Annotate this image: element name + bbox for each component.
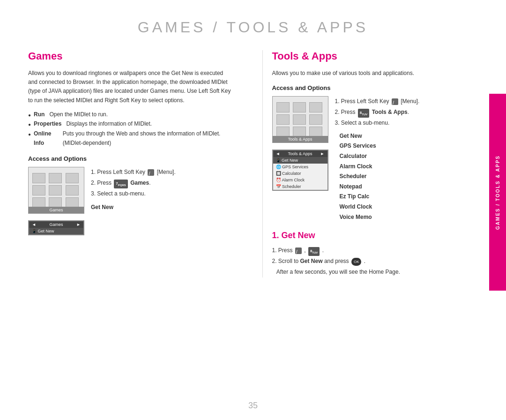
page-number: 35 [248, 401, 258, 411]
tools-access-heading: Access and Options [272, 84, 478, 91]
tool-grid-cell-9 [309, 127, 322, 137]
btn-7-games: 7PQRS [114, 180, 127, 188]
grid-cell-2 [49, 173, 62, 183]
grid-cell-4 [32, 185, 45, 195]
tools-menu-item-active: 📱 Get New [273, 157, 327, 164]
menu-header-left: ◄ [32, 222, 36, 227]
tool-grid-cell-1 [276, 102, 290, 112]
tools-step-1: 1. Press Left Soft Key [Menu]. [335, 96, 478, 107]
games-phone-menu: ◄ Games ► 📱 Get New [28, 220, 84, 235]
bullet-online-info-text: Puts you through the Web and shows the i… [63, 129, 234, 148]
tool-grid-cell-3 [309, 102, 322, 112]
ok-button-icon: OK [351, 258, 362, 266]
menu-header-title: Games [49, 222, 63, 227]
games-step-3: 3. Select a sub-menu. [91, 188, 234, 199]
soft-key-icon-get-new [295, 248, 302, 254]
bullet-run: Run Open the MIDlet to run. [28, 110, 234, 119]
games-menu-header: ◄ Games ► [29, 221, 83, 228]
page-title: GAMES / TOOLS & APPS [0, 0, 506, 50]
tools-steps-list: 1. Press Left Soft Key [Menu]. 2. Press … [335, 96, 478, 128]
sidebar-tab: GAMES / TOOLS & APPS [489, 94, 506, 291]
bullet-properties-text: Displays the information of MIDlet. [66, 119, 152, 128]
games-phone-wrap: Games ◄ Games ► 📱 Get New [28, 167, 84, 235]
tools-step-2: 2. Press 8TUV Tools & Apps. [335, 107, 478, 118]
tool-grid-cell-7 [276, 127, 290, 137]
grid-cell-3 [66, 173, 79, 183]
grid-cell-5 [49, 185, 62, 195]
grid-cell-8 [49, 197, 62, 208]
bullet-run-label: Run [34, 110, 45, 119]
games-screen-label: Games [29, 207, 84, 213]
games-access-block: Games ◄ Games ► 📱 Get New [28, 167, 234, 239]
tools-menu-header: ◄ Tools & Apps ► [273, 150, 327, 157]
get-new-step-1: 1. Press , 8TUV . [272, 245, 478, 256]
menu-header-right: ► [76, 222, 81, 227]
games-steps-list: 1. Press Left Soft Key [Menu]. 2. Press … [91, 167, 234, 199]
tools-menu-item-scheduler: 📅 Scheduler [273, 183, 327, 190]
tools-phone-menu: ◄ Tools & Apps ► 📱 Get New 🌐 GPS Service… [272, 150, 328, 191]
btn-8-get-new: 8TUV [308, 247, 320, 256]
tools-description: Allows you to make use of various tools … [272, 69, 478, 78]
tools-menu-header-title: Tools & Apps [288, 151, 312, 156]
tools-menu-header-left: ◄ [276, 151, 280, 156]
tool-grid-cell-2 [293, 102, 306, 112]
bullet-online-info: Online Info Puts you through the Web and… [28, 129, 234, 148]
grid-cell-7 [32, 197, 45, 208]
submenu-voice-memo: Voice Memo [340, 212, 478, 223]
tools-steps: 1. Press Left Soft Key [Menu]. 2. Press … [335, 96, 478, 222]
games-heading: Games [28, 50, 234, 62]
submenu-gps: GPS Services [340, 141, 478, 151]
left-soft-key-icon-tools [392, 98, 398, 105]
games-access-heading: Access and Options [28, 155, 234, 162]
submenu-get-new: Get New [340, 131, 478, 142]
grid-cell-1 [32, 173, 45, 183]
tools-phone-grid [273, 98, 328, 141]
tool-grid-cell-5 [293, 114, 306, 125]
games-section: Games Allows you to download ringtones o… [28, 50, 244, 278]
left-soft-key-icon-games [148, 169, 154, 176]
get-new-heading: 1. Get New [272, 231, 478, 240]
get-new-steps-list: 1. Press , 8TUV . 2. Scroll to Get New a… [272, 245, 478, 278]
tools-section: Tools & Apps Allows you to make use of v… [262, 50, 478, 278]
games-phone-grid [29, 169, 84, 211]
tools-phone-screen: Tools & Apps [272, 96, 328, 143]
tools-access-block: Tools & Apps ◄ Tools & Apps ► 📱 Get New … [272, 96, 478, 222]
submenu-notepad: Notepad [340, 182, 478, 192]
tools-step-3: 3. Select a sub-menu. [335, 118, 478, 128]
tools-menu-item-alarm: ⏰ Alarm Clock [273, 177, 327, 183]
submenu-ez-tip: Ez Tip Calc [340, 192, 478, 202]
tools-heading: Tools & Apps [272, 50, 478, 62]
btn-8-tools: 8TUV [358, 109, 369, 118]
games-steps: 1. Press Left Soft Key [Menu]. 2. Press … [91, 167, 234, 210]
bullet-run-text: Open the MIDlet to run. [49, 110, 108, 119]
tools-menu-header-right: ► [320, 151, 325, 156]
games-step-2: 2. Press 7PQRS Games. [91, 178, 234, 188]
submenu-calculator: Calculator [340, 151, 478, 162]
tools-menu-item-gps: 🌐 GPS Services [273, 164, 327, 170]
get-new-step-3: After a few seconds, you will see the Ho… [272, 267, 478, 278]
bullet-properties-label: Properties [34, 119, 61, 128]
games-description: Allows you to download ringtones or wall… [28, 69, 234, 105]
games-get-new: Get New [91, 204, 234, 210]
submenu-scheduler: Scheduler [340, 172, 478, 182]
games-phone-screen: Games [28, 167, 84, 214]
grid-cell-6 [66, 185, 79, 195]
bullet-properties: Properties Displays the information of M… [28, 119, 234, 128]
get-new-step-2: 2. Scroll to Get New and press OK . [272, 256, 478, 267]
games-menu-item-active: 📱 Get New [29, 228, 83, 234]
submenu-alarm: Alarm Clock [340, 162, 478, 172]
bullet-online-info-label: Online Info [34, 129, 58, 148]
tools-phone-wrap: Tools & Apps ◄ Tools & Apps ► 📱 Get New … [272, 96, 328, 191]
tools-screen-label: Tools & Apps [273, 136, 328, 142]
tool-grid-cell-4 [276, 114, 290, 125]
tool-grid-cell-6 [309, 114, 322, 125]
tool-grid-cell-8 [293, 127, 306, 137]
games-step-1: 1. Press Left Soft Key [Menu]. [91, 167, 234, 178]
submenu-world-clock: World Clock [340, 202, 478, 212]
tools-menu-item-calc: 🔲 Calculator [273, 170, 327, 177]
sidebar-tab-text: GAMES / TOOLS & APPS [495, 155, 500, 230]
games-bullet-list: Run Open the MIDlet to run. Properties D… [28, 110, 234, 148]
grid-cell-9 [66, 197, 79, 208]
tools-submenu-list: Get New GPS Services Calculator Alarm Cl… [340, 131, 478, 222]
